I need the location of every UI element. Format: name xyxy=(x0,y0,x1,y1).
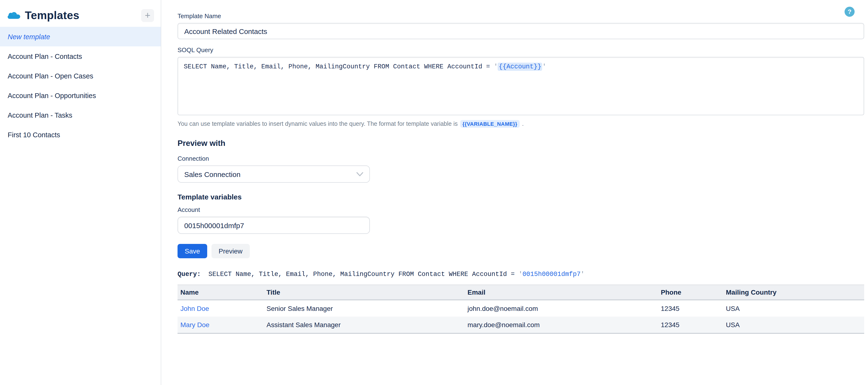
chevron-down-icon xyxy=(356,172,363,176)
contact-title-cell: Senior Sales Manager xyxy=(264,300,465,317)
sidebar-item-account-plan-tasks[interactable]: Account Plan - Tasks xyxy=(0,105,161,125)
column-header-title: Title xyxy=(264,285,465,300)
column-header-email: Email xyxy=(465,285,658,300)
column-header-mailing-country: Mailing Country xyxy=(723,285,864,300)
contact-email-cell: mary.doe@noemail.com xyxy=(465,317,658,333)
sidebar-item-account-plan-opportunities[interactable]: Account Plan - Opportunities xyxy=(0,86,161,105)
template-variables-heading: Template variables xyxy=(178,193,864,201)
cloud-logo-icon xyxy=(8,11,21,20)
sidebar-item-account-plan-open-cases[interactable]: Account Plan - Open Cases xyxy=(0,66,161,86)
template-variable-help-text: You can use template variables to insert… xyxy=(178,120,864,128)
template-name-label: Template Name xyxy=(178,12,864,20)
sidebar-header: Templates + xyxy=(0,0,161,23)
sidebar-item-new-template[interactable]: New template xyxy=(0,27,161,46)
contact-name-link[interactable]: Mary Doe xyxy=(180,321,209,328)
table-row: John Doe Senior Sales Manager john.doe@n… xyxy=(178,300,864,317)
soql-variable-chip: {{Account}} xyxy=(498,63,542,71)
template-name-input[interactable] xyxy=(178,23,864,39)
query-text: SELECT Name, Title, Email, Phone, Mailin… xyxy=(208,271,519,278)
contact-title-cell: Assistant Sales Manager xyxy=(264,317,465,333)
query-account-id: 0015h00001dmfp7 xyxy=(523,271,581,278)
soql-close-quote: ' xyxy=(542,63,546,70)
table-header-row: Name Title Email Phone Mailing Country xyxy=(178,285,864,300)
save-button[interactable]: Save xyxy=(178,244,207,258)
query-close-quote: ' xyxy=(581,271,585,278)
connection-select[interactable]: Sales Connection xyxy=(178,165,370,183)
soql-query-label: SOQL Query xyxy=(178,46,864,54)
soql-query-text: SELECT Name, Title, Email, Phone, Mailin… xyxy=(184,63,494,70)
query-prefix: Query: xyxy=(178,271,201,278)
contact-email-cell: john.doe@noemail.com xyxy=(465,300,658,317)
add-template-button[interactable]: + xyxy=(141,9,154,22)
contact-phone-cell: 12345 xyxy=(658,317,723,333)
query-results-table: Name Title Email Phone Mailing Country J… xyxy=(178,285,864,334)
templates-sidebar: Templates + New template Account Plan - … xyxy=(0,0,161,385)
account-variable-label: Account xyxy=(178,206,864,213)
sidebar-item-account-plan-contacts[interactable]: Account Plan - Contacts xyxy=(0,46,161,66)
column-header-phone: Phone xyxy=(658,285,723,300)
variable-format-chip: {{VARIABLE_NAME}} xyxy=(460,120,520,128)
sidebar-item-first-10-contacts[interactable]: First 10 Contacts xyxy=(0,125,161,145)
account-variable-input[interactable] xyxy=(178,217,370,234)
help-text-after: . xyxy=(522,121,524,127)
contact-country-cell: USA xyxy=(723,317,864,333)
sidebar-title: Templates xyxy=(25,9,80,22)
contact-name-link[interactable]: John Doe xyxy=(180,304,209,312)
preview-with-heading: Preview with xyxy=(178,139,864,148)
template-editor-main: Template Name SOQL Query SELECT Name, Ti… xyxy=(161,0,868,385)
column-header-name: Name xyxy=(178,285,264,300)
soql-query-textarea[interactable]: SELECT Name, Title, Email, Phone, Mailin… xyxy=(178,57,864,115)
connection-selected-value: Sales Connection xyxy=(184,170,241,178)
template-list: New template Account Plan - Contacts Acc… xyxy=(0,27,161,145)
help-icon[interactable]: ? xyxy=(844,7,855,17)
preview-button[interactable]: Preview xyxy=(212,244,250,258)
action-buttons: Save Preview xyxy=(178,244,864,258)
query-open-quote: ' xyxy=(519,271,522,278)
contact-country-cell: USA xyxy=(723,300,864,317)
app-window: Templates + New template Account Plan - … xyxy=(0,0,868,385)
executed-query-line: Query:SELECT Name, Title, Email, Phone, … xyxy=(178,271,864,278)
help-text-before: You can use template variables to insert… xyxy=(178,121,458,127)
soql-open-quote: ' xyxy=(494,63,498,70)
contact-phone-cell: 12345 xyxy=(658,300,723,317)
connection-label: Connection xyxy=(178,155,864,162)
table-row: Mary Doe Assistant Sales Manager mary.do… xyxy=(178,317,864,333)
